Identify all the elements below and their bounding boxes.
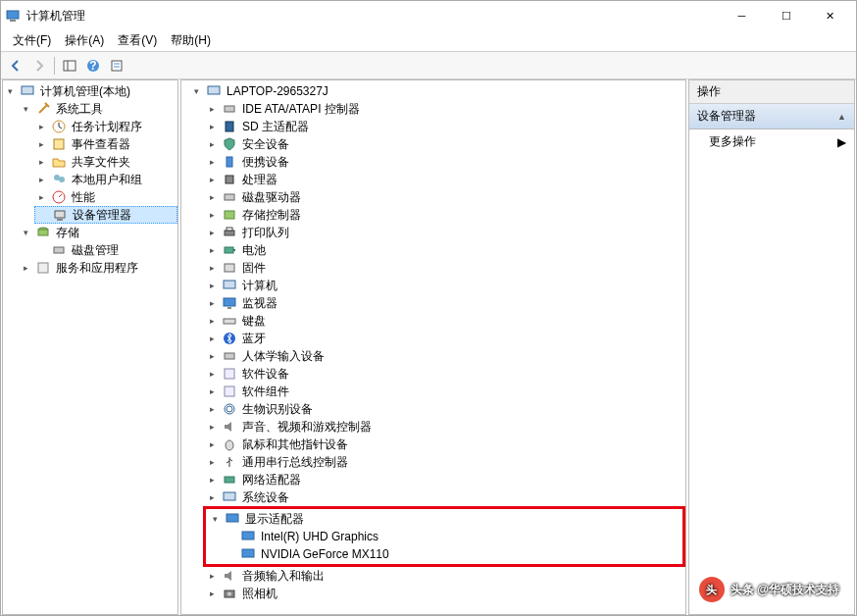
expand-icon[interactable]: ▸ bbox=[205, 490, 219, 504]
expand-icon[interactable]: ▸ bbox=[205, 120, 219, 133]
device-portable[interactable]: ▸便携设备 bbox=[205, 153, 685, 171]
tree-performance[interactable]: ▸性能 bbox=[34, 188, 177, 206]
svg-rect-9 bbox=[22, 86, 33, 94]
device-usb[interactable]: ▸通用串行总线控制器 bbox=[205, 453, 685, 471]
expand-icon[interactable]: ▸ bbox=[205, 243, 219, 257]
device-audio-video[interactable]: ▸声音、视频和游戏控制器 bbox=[205, 418, 685, 436]
device-disk-drives[interactable]: ▸磁盘驱动器 bbox=[205, 188, 685, 206]
svg-rect-30 bbox=[225, 247, 233, 253]
expand-icon[interactable]: ▸ bbox=[34, 155, 48, 169]
expand-icon[interactable]: ▸ bbox=[205, 569, 219, 583]
device-audio-io[interactable]: ▸音频输入和输出 bbox=[205, 567, 685, 585]
expand-icon[interactable]: ▸ bbox=[205, 261, 219, 275]
device-keyboard[interactable]: ▸键盘 bbox=[205, 312, 685, 330]
device-intel-gpu[interactable]: ▸Intel(R) UHD Graphics bbox=[224, 528, 681, 545]
device-camera[interactable]: ▸照相机 bbox=[205, 585, 685, 602]
device-sd[interactable]: ▸SD 主适配器 bbox=[205, 118, 685, 135]
expand-icon[interactable]: ▸ bbox=[205, 314, 219, 328]
expand-icon[interactable]: ▸ bbox=[34, 120, 48, 133]
device-print-queue[interactable]: ▸打印队列 bbox=[205, 224, 685, 241]
svg-rect-47 bbox=[242, 532, 254, 539]
expand-icon[interactable]: ▸ bbox=[205, 367, 219, 381]
device-bluetooth[interactable]: ▸蓝牙 bbox=[205, 330, 685, 347]
device-system[interactable]: ▸系统设备 bbox=[205, 488, 685, 506]
device-security[interactable]: ▸安全设备 bbox=[205, 135, 685, 153]
expand-icon[interactable]: ▸ bbox=[34, 173, 48, 186]
expand-icon[interactable]: ▸ bbox=[205, 279, 219, 292]
tree-root[interactable]: ▾ 计算机管理(本地) bbox=[3, 82, 177, 100]
device-storage-ctrl[interactable]: ▸存储控制器 bbox=[205, 206, 685, 224]
actions-more[interactable]: 更多操作 ▶ bbox=[689, 129, 854, 154]
expand-icon[interactable]: ▸ bbox=[205, 455, 219, 469]
services-icon bbox=[35, 260, 51, 276]
forward-button[interactable] bbox=[28, 55, 50, 77]
device-software-devices[interactable]: ▸软件设备 bbox=[205, 365, 685, 383]
tree-disk-management[interactable]: ▸磁盘管理 bbox=[34, 241, 177, 259]
computer-icon bbox=[20, 83, 35, 99]
expand-icon[interactable]: ▸ bbox=[205, 137, 219, 151]
expand-icon[interactable]: ▸ bbox=[205, 587, 219, 600]
device-battery[interactable]: ▸电池 bbox=[205, 241, 685, 259]
help-button[interactable]: ? bbox=[82, 55, 104, 77]
tree-system-tools[interactable]: ▾ 系统工具 bbox=[19, 100, 177, 118]
device-ide[interactable]: ▸IDE ATA/ATAPI 控制器 bbox=[205, 100, 685, 118]
actions-section[interactable]: 设备管理器 ▲ bbox=[689, 104, 854, 129]
tree-services-apps[interactable]: ▸服务和应用程序 bbox=[19, 259, 177, 277]
maximize-button[interactable]: ☐ bbox=[764, 2, 808, 29]
tree-device-manager[interactable]: ▸设备管理器 bbox=[34, 206, 177, 224]
device-computer[interactable]: ▸计算机 bbox=[205, 277, 685, 294]
device-nvidia-gpu[interactable]: ▸NVIDIA GeForce MX110 bbox=[224, 545, 681, 563]
menu-help[interactable]: 帮助(H) bbox=[165, 30, 217, 51]
expand-icon[interactable]: ▸ bbox=[205, 349, 219, 363]
device-tree[interactable]: ▾LAPTOP-2965327J ▸IDE ATA/ATAPI 控制器 ▸SD … bbox=[181, 80, 685, 604]
tree-event-viewer[interactable]: ▸事件查看器 bbox=[34, 135, 177, 153]
perf-icon bbox=[51, 189, 67, 205]
expand-icon[interactable]: ▸ bbox=[34, 137, 48, 151]
expand-icon[interactable]: ▾ bbox=[3, 84, 17, 98]
expand-icon[interactable]: ▸ bbox=[205, 420, 219, 434]
close-button[interactable]: ✕ bbox=[808, 2, 852, 29]
expand-icon[interactable]: ▸ bbox=[205, 102, 219, 116]
device-monitor[interactable]: ▸监视器 bbox=[205, 294, 685, 312]
expand-icon[interactable]: ▾ bbox=[19, 226, 32, 239]
device-display-adapters[interactable]: ▾显示适配器 bbox=[208, 510, 681, 528]
device-hid[interactable]: ▸人体学输入设备 bbox=[205, 347, 685, 365]
device-cpu[interactable]: ▸处理器 bbox=[205, 171, 685, 188]
expand-icon[interactable]: ▾ bbox=[19, 102, 32, 116]
expand-icon[interactable]: ▾ bbox=[208, 512, 222, 526]
menu-file[interactable]: 文件(F) bbox=[7, 30, 57, 51]
expand-icon[interactable]: ▸ bbox=[205, 190, 219, 204]
menu-view[interactable]: 查看(V) bbox=[112, 30, 163, 51]
expand-icon[interactable]: ▸ bbox=[34, 190, 48, 204]
menu-action[interactable]: 操作(A) bbox=[59, 30, 110, 51]
expand-icon[interactable]: ▸ bbox=[205, 332, 219, 345]
sw-device-icon bbox=[222, 366, 237, 382]
expand-icon[interactable]: ▸ bbox=[205, 437, 219, 451]
expand-icon[interactable]: ▸ bbox=[205, 173, 219, 186]
show-hide-button[interactable] bbox=[59, 55, 80, 77]
expand-icon[interactable]: ▸ bbox=[19, 261, 32, 275]
tree-task-scheduler[interactable]: ▸任务计划程序 bbox=[34, 118, 177, 135]
tree-shared-folders[interactable]: ▸共享文件夹 bbox=[34, 153, 177, 171]
minimize-button[interactable]: ─ bbox=[720, 2, 764, 29]
expand-icon[interactable]: ▸ bbox=[205, 296, 219, 310]
expand-icon[interactable]: ▸ bbox=[205, 473, 219, 487]
expand-icon[interactable]: ▸ bbox=[205, 208, 219, 222]
expand-icon[interactable]: ▸ bbox=[205, 226, 219, 239]
back-button[interactable] bbox=[5, 55, 26, 77]
expand-icon[interactable]: ▸ bbox=[205, 402, 219, 416]
device-root[interactable]: ▾LAPTOP-2965327J bbox=[189, 82, 685, 100]
expand-icon[interactable]: ▸ bbox=[205, 385, 219, 398]
device-biometric[interactable]: ▸生物识别设备 bbox=[205, 400, 685, 418]
properties-button[interactable] bbox=[106, 55, 127, 77]
device-mouse[interactable]: ▸鼠标和其他指针设备 bbox=[205, 436, 685, 453]
tree-local-users[interactable]: ▸本地用户和组 bbox=[34, 171, 177, 188]
actions-header: 操作 bbox=[689, 80, 854, 104]
device-network[interactable]: ▸网络适配器 bbox=[205, 471, 685, 488]
console-tree[interactable]: ▾ 计算机管理(本地) ▾ 系统工具 ▸任务计划程序 bbox=[3, 80, 177, 279]
expand-icon[interactable]: ▸ bbox=[205, 155, 219, 169]
expand-icon[interactable]: ▾ bbox=[189, 84, 203, 98]
device-software-components[interactable]: ▸软件组件 bbox=[205, 383, 685, 400]
tree-storage[interactable]: ▾ 存储 bbox=[19, 224, 177, 241]
device-firmware[interactable]: ▸固件 bbox=[205, 259, 685, 277]
